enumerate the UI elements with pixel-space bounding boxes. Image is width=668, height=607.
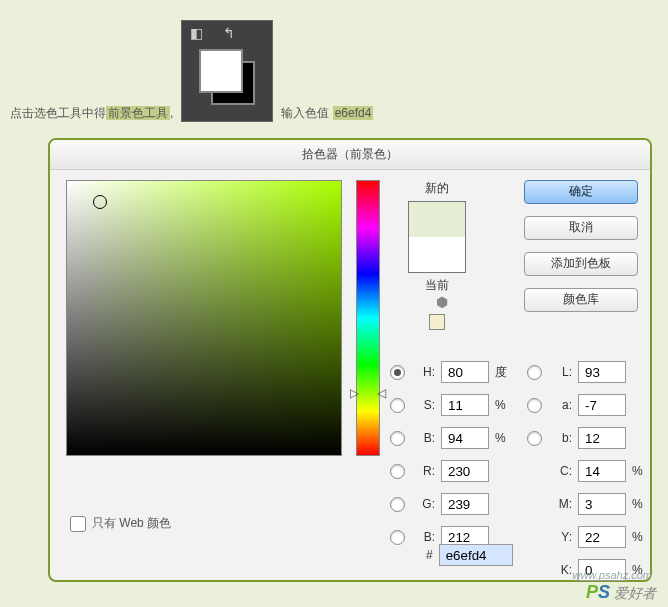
photoshop-tool-swatches: ◧ ↰	[181, 20, 273, 122]
instruction-text-2: 输入色值 e6efd4	[281, 105, 373, 122]
radio-h[interactable]	[390, 365, 405, 380]
hue-slider-handle[interactable]: ▷◁	[350, 386, 386, 400]
radio-bc[interactable]	[390, 530, 405, 545]
color-preview	[408, 201, 466, 273]
saturation-value-area[interactable]	[66, 180, 342, 456]
input-h[interactable]	[441, 361, 489, 383]
color-picker-dialog: 拾色器（前景色） ▷◁ 新的 当前 ⬢ 确定 取消 添加到色板 颜色库 H:度	[48, 138, 652, 582]
input-l[interactable]	[578, 361, 626, 383]
dialog-title: 拾色器（前景色）	[50, 140, 650, 170]
cube-icon[interactable]: ⬢	[436, 294, 448, 310]
radio-b2[interactable]	[527, 431, 542, 446]
cancel-button[interactable]: 取消	[524, 216, 638, 240]
instruction-text: 点击选色工具中得前景色工具,	[10, 105, 173, 122]
ok-button[interactable]: 确定	[524, 180, 638, 204]
input-g[interactable]	[441, 493, 489, 515]
radio-a[interactable]	[527, 398, 542, 413]
hex-prefix: #	[426, 548, 433, 562]
color-libraries-button[interactable]: 颜色库	[524, 288, 638, 312]
input-b2[interactable]	[578, 427, 626, 449]
input-bv[interactable]	[441, 427, 489, 449]
web-only-checkbox[interactable]	[70, 516, 86, 532]
radio-r[interactable]	[390, 464, 405, 479]
input-c[interactable]	[578, 460, 626, 482]
watermark: PS 爱好者	[586, 582, 656, 603]
add-to-swatches-button[interactable]: 添加到色板	[524, 252, 638, 276]
mini-icons: ◧ ↰	[190, 25, 243, 41]
radio-g[interactable]	[390, 497, 405, 512]
current-color-label: 当前	[394, 277, 480, 294]
input-m[interactable]	[578, 493, 626, 515]
radio-l[interactable]	[527, 365, 542, 380]
input-hex[interactable]	[439, 544, 513, 566]
input-r[interactable]	[441, 460, 489, 482]
hue-slider[interactable]: ▷◁	[356, 180, 380, 456]
foreground-color-swatch[interactable]	[199, 49, 243, 93]
warning-swatch[interactable]	[429, 314, 445, 330]
sv-marker[interactable]	[93, 195, 107, 209]
input-y[interactable]	[578, 526, 626, 548]
input-s[interactable]	[441, 394, 489, 416]
web-only-label: 只有 Web 颜色	[92, 515, 171, 532]
radio-b[interactable]	[390, 431, 405, 446]
input-a[interactable]	[578, 394, 626, 416]
watermark-url: www.psahz.com	[573, 569, 652, 581]
new-color-swatch	[409, 202, 465, 237]
current-color-swatch[interactable]	[409, 237, 465, 272]
radio-s[interactable]	[390, 398, 405, 413]
new-color-label: 新的	[394, 180, 480, 197]
